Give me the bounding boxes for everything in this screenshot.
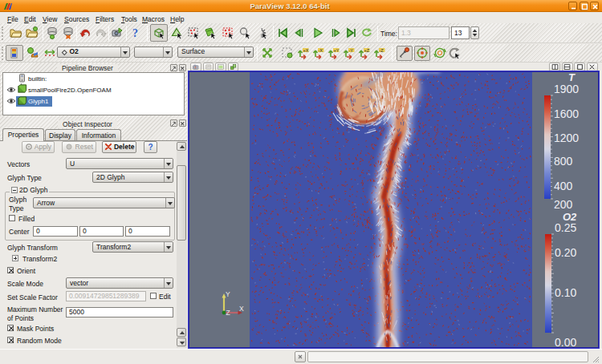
- svg-text:T: T: [568, 72, 576, 83]
- svg-text:?: ?: [132, 27, 138, 39]
- svg-text:X: X: [239, 305, 244, 313]
- svg-text:400: 400: [554, 180, 573, 192]
- svg-text:0.25: 0.25: [555, 221, 576, 234]
- svg-text:O2: O2: [563, 211, 577, 223]
- svg-text:Y: Y: [226, 290, 230, 298]
- svg-text:-Z: -Z: [380, 48, 384, 53]
- svg-text:800: 800: [554, 155, 573, 168]
- svg-text:Z: Z: [226, 309, 230, 317]
- svg-text:0.20: 0.20: [555, 246, 576, 259]
- svg-text:1200: 1200: [554, 131, 579, 144]
- svg-text:0.00: 0.00: [555, 336, 576, 347]
- svg-text:0.10: 0.10: [555, 286, 576, 299]
- svg-text:+Z: +Z: [364, 48, 370, 53]
- svg-text:+X: +X: [303, 48, 309, 53]
- svg-text:-X: -X: [319, 48, 323, 53]
- svg-text:+Y: +Y: [334, 48, 340, 53]
- svg-text:-Y: -Y: [349, 48, 354, 53]
- svg-text:1900: 1900: [554, 83, 579, 95]
- svg-text:200: 200: [554, 198, 573, 211]
- svg-text:1600: 1600: [554, 107, 579, 120]
